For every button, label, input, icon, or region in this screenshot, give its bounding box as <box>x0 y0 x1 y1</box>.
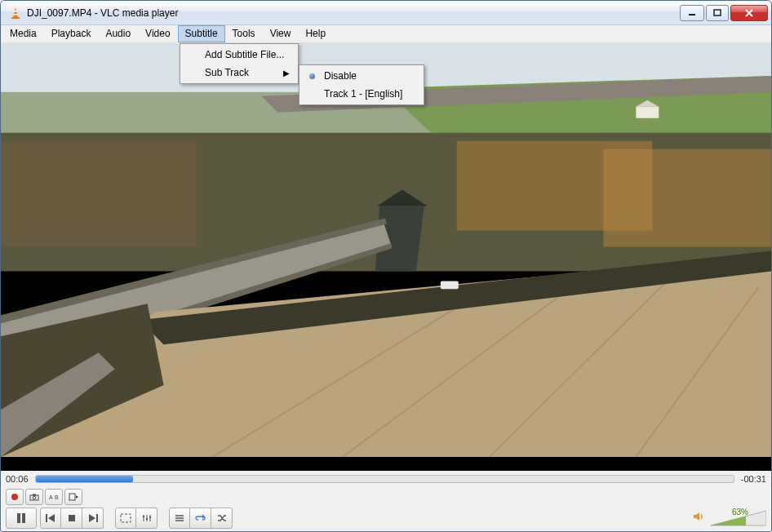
playlist-group <box>169 508 233 529</box>
atob-loop-button[interactable]: AB <box>45 489 63 505</box>
menu-audio[interactable]: Audio <box>98 25 138 42</box>
svg-rect-51 <box>143 516 144 517</box>
svg-point-34 <box>33 496 36 499</box>
menu-media[interactable]: Media <box>2 25 44 42</box>
menu-view[interactable]: View <box>263 25 299 42</box>
svg-marker-43 <box>48 514 55 522</box>
menu-add-subtitle-file[interactable]: Add Subtitle File... <box>182 46 296 64</box>
seek-bar[interactable] <box>35 475 734 483</box>
maximize-button[interactable] <box>706 5 729 21</box>
volume-percent-label: 63% <box>732 508 748 516</box>
video-frame <box>1 43 771 457</box>
speaker-icon[interactable] <box>693 511 706 525</box>
titlebar[interactable]: DJI_0097.MP4 - VLC media player <box>1 1 771 25</box>
next-button[interactable] <box>82 508 104 529</box>
submenu-disable[interactable]: Disable <box>301 67 422 85</box>
elapsed-time[interactable]: 00:06 <box>6 474 29 484</box>
menu-sub-track[interactable]: Sub Track ▶ <box>182 64 296 82</box>
svg-rect-5 <box>714 10 721 16</box>
svg-point-32 <box>11 494 18 500</box>
view-group <box>115 508 158 529</box>
svg-rect-53 <box>149 516 151 518</box>
menu-video[interactable]: Video <box>138 25 177 42</box>
menu-help[interactable]: Help <box>298 25 333 42</box>
vlc-cone-icon <box>9 7 22 20</box>
svg-rect-35 <box>33 494 36 496</box>
extra-controls-row: AB <box>1 487 771 507</box>
svg-rect-1 <box>11 17 20 19</box>
menu-subtitle[interactable]: Subtitle <box>178 25 225 42</box>
seek-fill <box>36 476 134 482</box>
radio-selected-icon <box>309 73 315 79</box>
minimize-button[interactable] <box>680 5 704 21</box>
svg-marker-57 <box>694 512 699 521</box>
menu-sub-track-label: Sub Track <box>205 67 249 78</box>
playlist-button[interactable] <box>169 508 190 529</box>
main-controls-row: 63% <box>1 507 771 531</box>
svg-rect-44 <box>69 515 75 521</box>
window-buttons <box>678 5 768 21</box>
svg-rect-47 <box>121 514 131 522</box>
extended-settings-button[interactable] <box>136 508 158 529</box>
svg-rect-3 <box>14 14 18 16</box>
svg-text:A: A <box>49 494 53 500</box>
svg-rect-41 <box>22 513 25 523</box>
close-button[interactable] <box>730 5 768 21</box>
svg-text:B: B <box>55 494 59 500</box>
window-title: DJI_0097.MP4 - VLC media player <box>27 7 678 19</box>
svg-rect-42 <box>46 514 47 522</box>
svg-rect-46 <box>96 514 98 522</box>
svg-rect-40 <box>17 513 20 523</box>
svg-rect-52 <box>146 518 148 520</box>
vlc-window: DJI_0097.MP4 - VLC media player Media Pl… <box>0 0 772 532</box>
volume-slider[interactable]: 63% <box>711 509 766 527</box>
svg-rect-14 <box>603 149 771 247</box>
snapshot-button[interactable] <box>25 489 43 505</box>
svg-marker-45 <box>89 514 95 522</box>
svg-marker-0 <box>13 7 18 18</box>
loop-button[interactable] <box>190 508 211 529</box>
menu-playback[interactable]: Playback <box>44 25 99 42</box>
subtrack-submenu: Disable Track 1 - [English] <box>299 64 424 105</box>
record-button[interactable] <box>6 489 24 505</box>
svg-rect-16 <box>636 107 659 118</box>
video-area[interactable] <box>1 43 771 471</box>
shuffle-button[interactable] <box>211 508 233 529</box>
svg-rect-38 <box>69 494 75 500</box>
svg-rect-15 <box>1 141 196 247</box>
nav-group <box>40 508 104 529</box>
remaining-time[interactable]: -00:31 <box>741 474 766 484</box>
menubar: Media Playback Audio Video Subtitle Tool… <box>1 25 771 43</box>
previous-button[interactable] <box>40 508 61 529</box>
volume-control: 63% <box>693 509 766 527</box>
fullscreen-button[interactable] <box>115 508 136 529</box>
time-row: 00:06 -00:31 <box>1 471 771 487</box>
svg-marker-39 <box>76 495 78 499</box>
subtitle-dropdown: Add Subtitle File... Sub Track ▶ <box>180 43 299 84</box>
pause-button[interactable] <box>6 508 37 529</box>
frame-step-button[interactable] <box>64 489 82 505</box>
submenu-disable-label: Disable <box>324 70 357 82</box>
chevron-right-icon: ▶ <box>283 69 290 78</box>
stop-button[interactable] <box>61 508 82 529</box>
svg-rect-31 <box>441 281 459 289</box>
svg-rect-2 <box>14 11 17 12</box>
menu-tools[interactable]: Tools <box>225 25 263 42</box>
submenu-track1[interactable]: Track 1 - [English] <box>301 85 422 103</box>
